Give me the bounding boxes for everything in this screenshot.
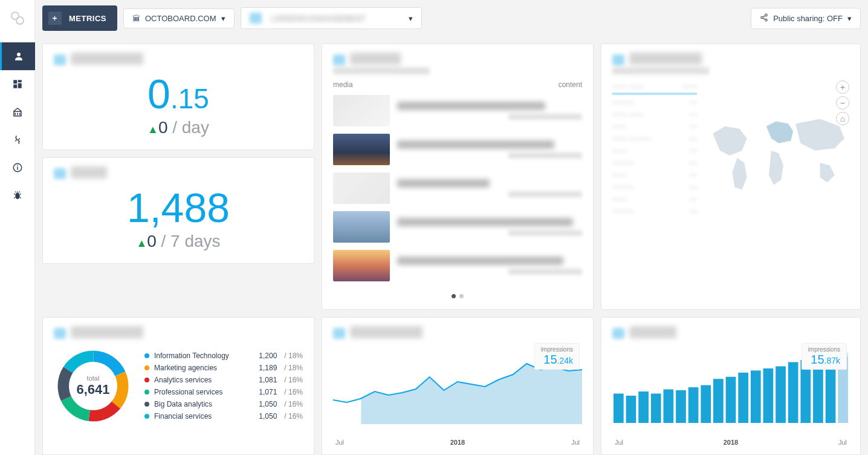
dashboard-label: LINKEDIN ENGAGEMENT <box>271 14 366 23</box>
share-icon <box>760 13 768 24</box>
chevron-down-icon: ▾ <box>221 14 225 23</box>
chart-value-badge: impressions 15.24k <box>534 343 580 370</box>
linkedin-icon <box>54 328 66 339</box>
post-row[interactable] <box>333 130 582 169</box>
card-title <box>629 53 750 65</box>
clicks-card: 1,488 ▲0 / 7 days <box>42 157 314 264</box>
organic-impressions-card: impressions 15.24k Jul2018Jul <box>322 317 594 455</box>
post-row[interactable] <box>333 91 582 130</box>
card-title <box>71 166 131 178</box>
card-title <box>629 326 708 338</box>
linkedin-icon <box>54 54 66 65</box>
svg-rect-24 <box>614 393 624 423</box>
svg-point-15 <box>765 14 768 16</box>
post-thumbnail <box>333 95 390 126</box>
svg-rect-30 <box>688 387 699 423</box>
svg-point-16 <box>761 16 763 19</box>
impressions-card: impressions 15.87k Jul2018Jul <box>601 317 861 455</box>
svg-rect-34 <box>738 373 748 423</box>
engagement-rate-value: 0.15 <box>54 73 303 114</box>
post-row[interactable] <box>333 246 582 285</box>
svg-rect-36 <box>763 368 774 423</box>
site-selector[interactable]: 🏛 OCTOBOARD.COM ▾ <box>123 8 235 28</box>
svg-rect-4 <box>18 80 22 82</box>
world-map[interactable]: + − ⌂ <box>703 80 849 228</box>
col-content: content <box>559 80 582 89</box>
svg-rect-5 <box>18 83 22 88</box>
dashboard-selector[interactable]: LINKEDIN ENGAGEMENT ▾ <box>241 7 422 29</box>
svg-rect-38 <box>788 362 798 423</box>
sidebar-item-org[interactable] <box>0 98 35 126</box>
latest-posts-card: mediacontent <box>322 44 594 310</box>
svg-rect-32 <box>713 379 724 423</box>
clicks-value: 1,488 <box>54 187 303 228</box>
legend-row: Marketing agencies1,189/ 18% <box>144 362 303 374</box>
legend-row: Analytics services1,081/ 16% <box>144 374 303 386</box>
card-title <box>71 53 192 65</box>
svg-rect-26 <box>638 391 649 423</box>
post-thumbnail <box>333 250 390 281</box>
svg-rect-3 <box>13 80 17 83</box>
app-logo <box>5 6 30 30</box>
legend-row: Information Technology1,200/ 18% <box>144 350 303 362</box>
followers-by-country-card: —— ———— ———— —— ——— ——— —— ———— ——— ————… <box>601 44 861 310</box>
zoom-in-button[interactable]: + <box>836 80 849 94</box>
add-metrics-button[interactable]: ＋ METRICS <box>42 5 117 31</box>
svg-rect-25 <box>626 396 636 423</box>
linkedin-icon <box>250 13 262 24</box>
linkedin-icon <box>333 328 345 339</box>
chevron-down-icon: ▾ <box>409 14 413 23</box>
page-dot[interactable] <box>459 294 464 298</box>
svg-point-14 <box>15 193 20 200</box>
page-dot[interactable] <box>452 294 456 298</box>
svg-rect-27 <box>651 393 661 423</box>
svg-rect-28 <box>663 390 673 423</box>
post-row[interactable] <box>333 208 582 246</box>
svg-rect-33 <box>726 377 736 423</box>
sidebar-item-debug[interactable] <box>0 182 35 209</box>
svg-point-2 <box>17 53 21 56</box>
col-media: media <box>333 80 353 89</box>
svg-rect-7 <box>14 111 21 113</box>
donut-total-label: total <box>87 375 100 382</box>
post-thumbnail <box>333 211 390 243</box>
zoom-out-button[interactable]: − <box>836 96 849 110</box>
public-sharing-toggle[interactable]: Public sharing: OFF ▾ <box>751 8 861 29</box>
trend-up-icon: ▲ <box>136 237 147 249</box>
trend-up-icon: ▲ <box>147 123 158 136</box>
chart-value-badge: impressions 15.87k <box>802 343 847 370</box>
plus-icon: ＋ <box>48 11 62 25</box>
zoom-reset-button[interactable]: ⌂ <box>836 112 849 125</box>
linkedin-icon <box>612 54 624 65</box>
site-label: OCTOBOARD.COM <box>145 14 216 23</box>
followers-by-industry-card: total6,641 Information Technology1,200/ … <box>42 317 314 455</box>
engagement-rate-card: 0.15 ▲0 / day <box>42 44 314 150</box>
svg-rect-37 <box>776 366 786 423</box>
chevron-down-icon: ▾ <box>847 14 852 23</box>
svg-rect-6 <box>13 85 17 88</box>
svg-rect-29 <box>676 390 686 423</box>
legend-row: Big Data analytics1,050/ 16% <box>144 398 303 410</box>
donut-legend: Information Technology1,200/ 18%Marketin… <box>144 350 303 422</box>
post-row[interactable] <box>333 169 582 208</box>
sidebar <box>0 0 35 455</box>
linkedin-icon <box>54 168 66 179</box>
post-thumbnail <box>333 172 390 204</box>
legend-row: Financial services1,050/ 16% <box>144 410 303 422</box>
card-title <box>350 53 435 65</box>
sidebar-item-dashboard[interactable] <box>0 70 35 98</box>
svg-point-1 <box>16 17 24 24</box>
sidebar-item-info[interactable] <box>0 154 35 182</box>
svg-rect-13 <box>17 165 18 166</box>
engagement-rate-delta: 0 <box>158 118 168 137</box>
svg-rect-9 <box>17 113 18 116</box>
card-title <box>71 326 192 338</box>
topbar: ＋ METRICS 🏛 OCTOBOARD.COM ▾ LINKEDIN ENG… <box>35 0 868 36</box>
legend-row: Professional services1,071/ 16% <box>144 386 303 398</box>
sharing-label: Public sharing: OFF <box>773 14 843 23</box>
donut-chart: total6,641 <box>54 347 132 425</box>
clicks-delta: 0 <box>147 232 157 250</box>
sidebar-item-account[interactable] <box>0 42 35 70</box>
add-metrics-label: METRICS <box>69 14 106 23</box>
sidebar-item-integrations[interactable] <box>0 126 35 154</box>
